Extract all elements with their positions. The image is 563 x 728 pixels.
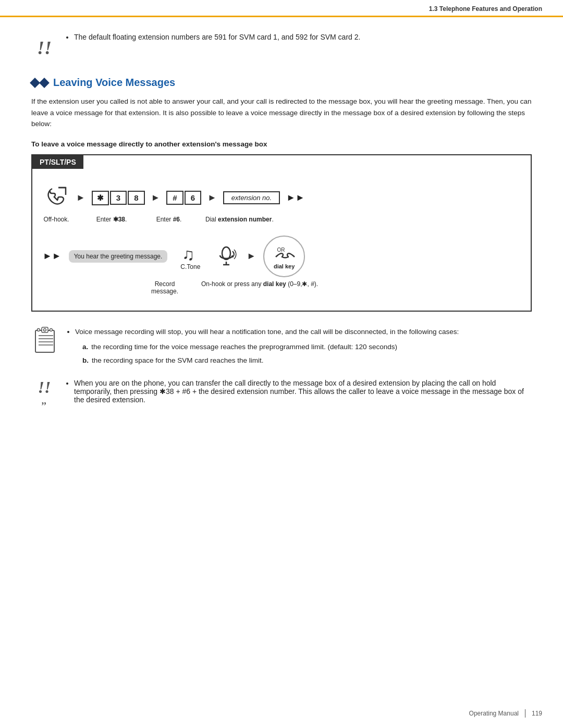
svg-text:OR: OR [277, 247, 285, 253]
dialkey-group: OR dial key [263, 236, 305, 277]
diagram-box: PT/SLT/PS ► ✱ 3 [31, 154, 532, 312]
dialkey-label: dial key [274, 263, 295, 269]
offhook-icon-group [43, 184, 70, 212]
double-arrow-1: ►► [286, 192, 305, 203]
diagram-row-2: ►► You hear the greeting message. ♫ C.To… [43, 236, 520, 277]
offhook-phone-icon [43, 184, 70, 212]
page-footer: Operating Manual 119 [469, 709, 542, 718]
onhook-phone-icon: OR [273, 243, 296, 262]
key-8: 8 [128, 191, 144, 205]
greeting-bubble: You hear the greeting message. [69, 250, 168, 263]
cap-record: Recordmessage. [151, 280, 178, 295]
diagram-row-1: ► ✱ 3 8 ► # 6 ► [43, 184, 520, 212]
diagram-row1-captions: Off-hook. Enter ✱38. Enter #6. Dial exte… [43, 216, 520, 223]
bottom-note-text: When you are on the phone, you can trans… [74, 379, 532, 404]
footer-label: Operating Manual [469, 710, 519, 717]
section-heading: Leaving Voice Messages [31, 77, 532, 89]
key-star: ✱ [92, 191, 109, 205]
note-text-b: the recording space for the SVM card rea… [92, 355, 263, 366]
extension-no-label: extension no. [223, 191, 280, 204]
record-icon-group [213, 244, 239, 269]
exclaim-icon: !! [31, 33, 57, 64]
cap-star38: Enter ✱38. [91, 216, 132, 223]
diamond-2 [39, 78, 50, 88]
notepad-note: Voice message recording will stop, you w… [31, 326, 532, 366]
svg-rect-5 [35, 330, 54, 352]
note-item-b: b. the recording space for the SVM card … [82, 355, 459, 366]
double-arrow-2: ►► [43, 251, 62, 262]
key-hash: # [166, 191, 183, 205]
notepad-icon [33, 326, 56, 353]
bottom-exclaim-icon: !! ,, [31, 379, 57, 407]
svg-text:♫: ♫ [182, 245, 194, 263]
diamond-icons [31, 79, 48, 87]
cap-extensionno: Dial extension number. [205, 216, 274, 223]
key38-group: ✱ 3 8 [92, 191, 145, 205]
header-title: 1.3 Telephone Features and Operation [429, 5, 542, 13]
notepad-content: Voice message recording will stop, you w… [67, 326, 459, 366]
page-content: !! The default floating extension number… [0, 17, 563, 440]
cap-dialkey: On-hook or press any dial key (0–9,✱, #)… [201, 280, 318, 288]
footer-page: 119 [532, 710, 542, 717]
sub-heading: To leave a voice message directly to ano… [31, 140, 532, 148]
arrow-3: ► [207, 192, 217, 203]
svg-point-13 [50, 328, 53, 331]
note-text-a: the recording time for the voice message… [91, 341, 397, 353]
notepad-bullet-1: Voice message recording will stop, you w… [75, 326, 459, 338]
key-6: 6 [185, 191, 201, 205]
bottom-note-block: !! ,, When you are on the phone, you can… [31, 379, 532, 407]
arrow-2: ► [151, 192, 161, 203]
page-header: 1.3 Telephone Features and Operation [0, 0, 563, 17]
section-title: Leaving Voice Messages [53, 77, 175, 89]
diagram-label: PT/SLT/PS [32, 155, 83, 169]
ctone-group: ♫ C.Tone [175, 242, 206, 270]
key-hash6-group: # 6 [166, 191, 201, 205]
cap-hash6: Enter #6. [153, 216, 185, 223]
ctone-icon: ♫ [180, 242, 201, 263]
top-note-text: The default floating extension numbers a… [74, 33, 360, 41]
svg-point-12 [44, 328, 46, 331]
record-icon [214, 244, 239, 269]
arrow-4: ► [247, 251, 256, 262]
footer-divider [525, 709, 525, 718]
key-3: 3 [110, 191, 127, 205]
note-item-a: a. the recording time for the voice mess… [82, 341, 459, 353]
cap-offhook: Off-hook. [43, 216, 70, 223]
note-letter-b: b. [82, 355, 89, 366]
bubble-text: You hear the greeting message. [74, 253, 163, 260]
arrow-1: ► [76, 192, 85, 203]
ctone-label: C.Tone [180, 263, 200, 270]
svg-point-11 [38, 328, 40, 331]
top-note-block: !! The default floating extension number… [31, 33, 532, 64]
note-letter-a: a. [82, 341, 88, 353]
notepad-icon-wrapper [31, 326, 58, 355]
diagram-row2-captions: Recordmessage. On-hook or press any dial… [43, 280, 520, 295]
section-body: If the extension user you called is not … [31, 96, 532, 130]
